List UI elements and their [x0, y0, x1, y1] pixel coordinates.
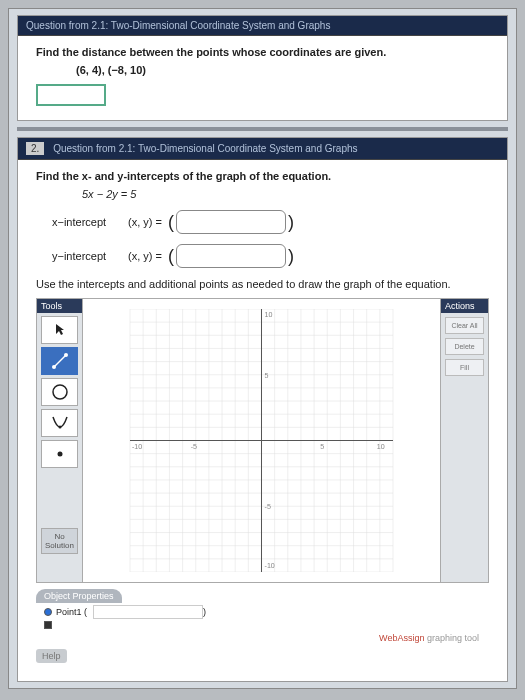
square-marker-icon	[44, 621, 52, 629]
q1-header: Question from 2.1: Two-Dimensional Coord…	[18, 16, 507, 36]
q2-body: Find the x- and y-intercepts of the grap…	[18, 160, 507, 681]
graphing-tool: Tools No Soluti	[36, 298, 489, 583]
tool-name: graphing tool	[424, 633, 479, 643]
tools-header: Tools	[37, 299, 82, 313]
point-icon	[55, 449, 65, 459]
graph-canvas[interactable]: -10 -5 5 10 10 5 -5 -10	[83, 299, 440, 582]
paren-open: (	[168, 246, 174, 267]
question-2: 2. Question from 2.1: Two-Dimensional Co…	[17, 137, 508, 682]
svg-point-4	[58, 426, 61, 429]
object-properties-panel: Object Properties Point1 ( )	[36, 583, 489, 629]
q1-header-text: Question from 2.1: Two-Dimensional Coord…	[26, 20, 330, 31]
svg-point-5	[57, 452, 62, 457]
second-property-row	[44, 621, 481, 629]
actions-column: Actions Clear All Delete Fill	[440, 299, 488, 582]
help-button[interactable]: Help	[36, 649, 67, 663]
page-frame: Question from 2.1: Two-Dimensional Coord…	[8, 8, 517, 689]
object-properties-header: Object Properties	[36, 589, 122, 603]
y-intercept-input[interactable]	[176, 244, 286, 268]
svg-text:-5: -5	[265, 503, 271, 511]
x-intercept-label: x−intercept	[52, 216, 128, 228]
q2-subtext: Use the intercepts and additional points…	[36, 278, 489, 290]
y-intercept-row: y−intercept (x, y) = ( )	[52, 244, 489, 268]
point-coord-input[interactable]	[93, 605, 203, 619]
svg-point-3	[53, 385, 67, 399]
q2-equation: 5x − 2y = 5	[82, 188, 489, 200]
x-intercept-row: x−intercept (x, y) = ( )	[52, 210, 489, 234]
delete-button[interactable]: Delete	[445, 338, 484, 355]
line-icon	[51, 352, 69, 370]
q2-header-text: Question from 2.1: Two-Dimensional Coord…	[53, 143, 357, 154]
svg-text:5: 5	[265, 372, 269, 380]
svg-text:5: 5	[320, 443, 324, 451]
tool-footer: WebAssign graphing tool	[36, 631, 489, 645]
svg-text:-5: -5	[191, 443, 197, 451]
section-divider	[17, 127, 508, 131]
svg-text:10: 10	[265, 311, 273, 319]
paren-close: )	[288, 212, 294, 233]
x-intercept-input[interactable]	[176, 210, 286, 234]
clear-all-button[interactable]: Clear All	[445, 317, 484, 334]
webassign-brand: WebAssign	[379, 633, 424, 643]
tools-column: Tools No Soluti	[37, 299, 83, 582]
q2-number: 2.	[26, 142, 44, 155]
coordinate-grid: -10 -5 5 10 10 5 -5 -10	[89, 309, 434, 572]
paren-close: )	[203, 607, 206, 617]
svg-text:-10: -10	[265, 562, 275, 570]
tool-parabola[interactable]	[41, 409, 78, 437]
actions-header: Actions	[441, 299, 488, 313]
q1-answer-input[interactable]	[36, 84, 106, 106]
tool-line[interactable]	[41, 347, 78, 375]
xy-notation: (x, y) =	[128, 216, 162, 228]
y-intercept-label: y−intercept	[52, 250, 128, 262]
point-marker-icon	[44, 608, 52, 616]
question-1: Question from 2.1: Two-Dimensional Coord…	[17, 15, 508, 121]
tool-pointer[interactable]	[41, 316, 78, 344]
fill-button[interactable]: Fill	[445, 359, 484, 376]
q1-prompt: Find the distance between the points who…	[36, 46, 489, 58]
xy-notation: (x, y) =	[128, 250, 162, 262]
svg-text:10: 10	[377, 443, 385, 451]
q1-body: Find the distance between the points who…	[18, 36, 507, 120]
q1-coordinates: (6, 4), (−8, 10)	[76, 64, 489, 76]
q2-header: 2. Question from 2.1: Two-Dimensional Co…	[18, 138, 507, 160]
parabola-icon	[51, 415, 69, 431]
tool-point[interactable]	[41, 440, 78, 468]
svg-text:-10: -10	[132, 443, 142, 451]
paren-open: (	[168, 212, 174, 233]
tool-circle[interactable]	[41, 378, 78, 406]
circle-icon	[51, 383, 69, 401]
paren-close: )	[288, 246, 294, 267]
pointer-icon	[54, 323, 66, 337]
point-label: Point1 (	[56, 607, 87, 617]
point-property-row: Point1 ( )	[44, 605, 481, 619]
no-solution-button[interactable]: No Solution	[41, 528, 78, 554]
svg-line-2	[54, 355, 66, 367]
q2-prompt: Find the x- and y-intercepts of the grap…	[36, 170, 489, 182]
